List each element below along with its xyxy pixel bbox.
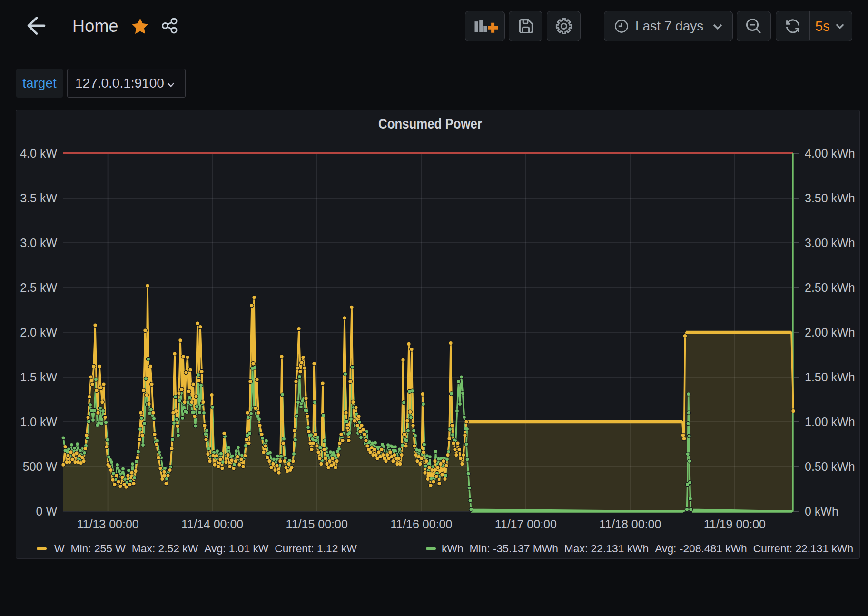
svg-text:2.50 kWh: 2.50 kWh xyxy=(805,281,855,294)
svg-text:4.0 kW: 4.0 kW xyxy=(20,147,58,160)
svg-text:2.00 kWh: 2.00 kWh xyxy=(805,326,855,339)
svg-text:3.0 kW: 3.0 kW xyxy=(20,236,58,249)
svg-text:2.5 kW: 2.5 kW xyxy=(20,281,58,294)
svg-text:3.00 kWh: 3.00 kWh xyxy=(805,236,855,249)
svg-text:11/17 00:00: 11/17 00:00 xyxy=(495,517,557,531)
svg-text:1.50 kWh: 1.50 kWh xyxy=(805,370,855,384)
svg-text:11/14 00:00: 11/14 00:00 xyxy=(181,517,243,531)
svg-text:0 kWh: 0 kWh xyxy=(805,505,838,518)
svg-text:3.50 kWh: 3.50 kWh xyxy=(805,191,855,205)
svg-text:11/19 00:00: 11/19 00:00 xyxy=(704,517,766,531)
svg-text:0.50 kWh: 0.50 kWh xyxy=(805,460,855,473)
svg-text:11/18 00:00: 11/18 00:00 xyxy=(600,517,661,531)
svg-text:11/16 00:00: 11/16 00:00 xyxy=(391,517,453,531)
svg-text:11/13 00:00: 11/13 00:00 xyxy=(77,517,139,531)
svg-text:1.00 kWh: 1.00 kWh xyxy=(805,415,855,428)
svg-text:2.0 kW: 2.0 kW xyxy=(20,326,58,339)
svg-text:3.5 kW: 3.5 kW xyxy=(20,191,58,205)
svg-text:4.00 kWh: 4.00 kWh xyxy=(805,147,855,160)
svg-text:500 W: 500 W xyxy=(23,460,58,473)
svg-text:0 W: 0 W xyxy=(36,505,58,518)
svg-text:1.0 kW: 1.0 kW xyxy=(20,415,58,428)
svg-text:11/15 00:00: 11/15 00:00 xyxy=(286,517,348,531)
svg-text:1.5 kW: 1.5 kW xyxy=(20,370,58,384)
